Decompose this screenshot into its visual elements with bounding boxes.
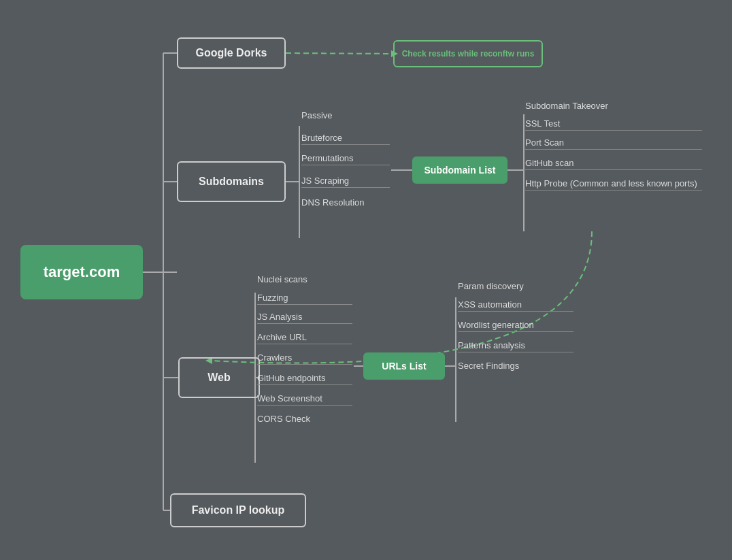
- target-node: target.com: [20, 245, 143, 299]
- web-node: Web: [178, 357, 260, 398]
- web-screenshot: Web Screenshot: [257, 393, 352, 406]
- google-dorks-node: Google Dorks: [177, 37, 286, 69]
- urls-list-node: URLs List: [363, 352, 445, 380]
- subdomains-node: Subdomains: [177, 161, 286, 202]
- web-nuclei: Nuclei scans: [257, 274, 307, 284]
- url-wordlist-generation: Wordlist generation: [458, 320, 573, 332]
- subdomain-bruteforce: Bruteforce: [301, 133, 390, 145]
- subdomain-takeover: Subdomain Takeover: [525, 101, 608, 111]
- check-results-node: Check results while reconftw runs: [393, 40, 543, 67]
- subdomain-list-node: Subdomain List: [412, 157, 508, 184]
- web-crawlers: Crawlers: [257, 352, 352, 365]
- web-archive-url: Archive URL: [257, 332, 352, 344]
- web-fuzzing: Fuzzing: [257, 293, 352, 305]
- subdomain-passive: Passive: [301, 110, 333, 120]
- url-patterns-analysis: Patterns analysis: [458, 340, 573, 352]
- subdomain-js-scraping: JS Scraping: [301, 176, 390, 188]
- ssl-test: SSL Test: [525, 118, 702, 131]
- http-probe: Http Probe (Common and less known ports): [525, 178, 702, 191]
- web-js-analysis: JS Analysis: [257, 312, 352, 324]
- github-scan: GitHub scan: [525, 158, 702, 170]
- web-github-endpoints: GitHub endpoints: [257, 373, 352, 385]
- url-param-discovery: Param discovery: [458, 281, 524, 291]
- url-xss-automation: XSS automation: [458, 299, 573, 312]
- subdomain-permutations: Permutations: [301, 153, 390, 165]
- subdomain-dns-resolution: DNS Resolution: [301, 197, 365, 208]
- port-scan: Port Scan: [525, 137, 702, 150]
- web-cors-check: CORS Check: [257, 414, 310, 424]
- url-secret-findings: Secret Findings: [458, 361, 519, 371]
- svg-line-6: [286, 53, 393, 54]
- favicon-node: Favicon IP lookup: [170, 493, 306, 527]
